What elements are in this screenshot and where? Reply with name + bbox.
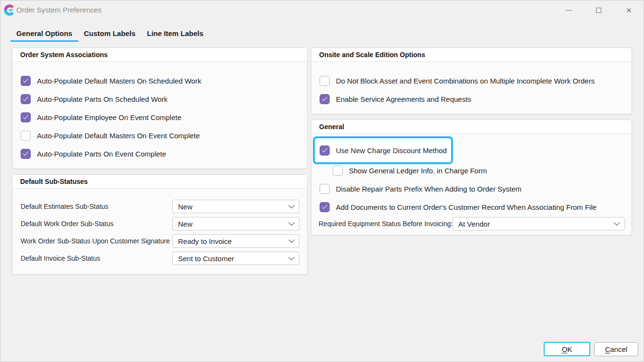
close-button[interactable]: ✕: [614, 0, 644, 20]
chevron-down-icon: [288, 202, 295, 208]
checkbox-row[interactable]: Show General Ledger Info. in Charge Form: [333, 165, 487, 176]
checkbox[interactable]: [21, 149, 31, 159]
checkbox-label: Auto-Populate Parts On Scheduled Work: [37, 95, 167, 103]
checkbox[interactable]: [21, 94, 31, 104]
panel-general: General Use New Charge Discount Method S…: [311, 120, 632, 235]
window-controls: ✕: [553, 0, 644, 20]
checkbox[interactable]: [21, 131, 31, 141]
checkbox-row[interactable]: Auto-Populate Parts On Scheduled Work: [21, 94, 167, 104]
minimize-icon: [566, 10, 572, 11]
checkbox-label: Disable Repair Parts Prefix When Adding …: [336, 185, 522, 193]
tab-custom-labels[interactable]: Custom Labels: [78, 26, 142, 42]
checkbox-row[interactable]: Auto-Populate Default Masters On Event C…: [21, 130, 200, 141]
checkbox-label: Auto-Populate Parts On Event Complete: [37, 150, 166, 158]
tab-bar: General Options Custom Labels Line Item …: [11, 26, 209, 42]
check-icon: [322, 95, 327, 100]
form-label: Default Work Order Sub-Status: [21, 217, 113, 230]
panel-onsite-scale-options: Onsite and Scale Edition Options Do Not …: [311, 48, 632, 114]
checkbox[interactable]: [320, 184, 330, 194]
checkbox-row[interactable]: Auto-Populate Default Masters On Schedul…: [21, 75, 201, 86]
checkbox-label: Auto-Populate Default Masters On Schedul…: [37, 77, 201, 85]
checkbox[interactable]: [320, 94, 330, 104]
select-value: Ready to Invoice: [178, 237, 232, 245]
ok-button-accel: O: [562, 345, 568, 353]
form-label: Required Equipment Status Before Invoici…: [319, 217, 453, 230]
order-system-preferences-window: { "window": { "title": "Order System Pre…: [0, 0, 644, 362]
checkbox-label: Add Documents to Current Order's Custome…: [336, 203, 596, 211]
select-value: Sent to Customer: [178, 254, 234, 263]
ok-button-rest: K: [567, 345, 572, 353]
title-bar: Order System Preferences ✕: [0, 0, 644, 20]
chevron-down-icon: [288, 219, 295, 226]
check-icon: [23, 77, 28, 82]
panel-order-system-associations: Order System Associations Auto-Populate …: [12, 48, 308, 169]
close-icon: ✕: [626, 7, 632, 14]
form-label: Default Invoice Sub-Status: [21, 252, 100, 265]
default-invoice-sub-status-select[interactable]: Sent to Customer: [172, 252, 299, 265]
checkbox-row[interactable]: Auto-Populate Parts On Event Complete: [21, 148, 166, 159]
check-icon: [23, 150, 28, 155]
minimize-button[interactable]: [553, 0, 584, 20]
checkbox[interactable]: [21, 76, 31, 86]
tab-line-item-labels[interactable]: Line Item Labels: [141, 26, 209, 42]
select-value: New: [178, 220, 192, 228]
maximize-button[interactable]: [584, 0, 614, 20]
checkbox[interactable]: [320, 76, 330, 86]
signature-sub-status-select[interactable]: Ready to Invoice: [172, 234, 299, 248]
ok-button[interactable]: OK: [544, 342, 590, 356]
chevron-down-icon: [614, 219, 620, 226]
default-work-order-sub-status-select[interactable]: New: [172, 217, 299, 230]
form-label: Default Estimates Sub-Status: [21, 200, 108, 213]
checkbox-row[interactable]: Disable Repair Parts Prefix When Adding …: [320, 183, 522, 194]
cancel-button-accel: C: [605, 345, 610, 353]
checkbox[interactable]: [21, 112, 31, 122]
required-equipment-status-select[interactable]: At Vendor: [453, 217, 625, 230]
panel-title: Onsite and Scale Edition Options: [311, 48, 632, 62]
checkbox-row[interactable]: Enable Service Agreements and Requests: [320, 94, 471, 104]
check-icon: [23, 95, 28, 100]
cancel-button-rest: ancel: [610, 345, 627, 353]
checkbox[interactable]: [320, 202, 330, 212]
check-icon: [322, 203, 327, 208]
form-label: Work Order Sub-Status Upon Customer Sign…: [21, 234, 170, 248]
checkbox-label: Auto-Populate Employee On Event Complete: [37, 113, 181, 121]
check-icon: [23, 113, 28, 119]
highlight-callout: Use New Charge Discount Method: [313, 136, 453, 164]
panel-default-sub-statuses: Default Sub-Statuses Default Estimates S…: [12, 174, 308, 275]
checkbox-row[interactable]: Use New Charge Discount Method: [320, 145, 447, 156]
checkbox[interactable]: [320, 145, 330, 156]
select-value: At Vendor: [458, 220, 490, 228]
panel-title: Order System Associations: [12, 48, 307, 62]
checkbox-label: Use New Charge Discount Method: [336, 146, 447, 155]
checkbox-row[interactable]: Do Not Block Asset and Event Combination…: [320, 75, 595, 86]
cancel-button[interactable]: Cancel: [594, 342, 638, 356]
checkbox-row[interactable]: Add Documents to Current Order's Custome…: [320, 202, 596, 212]
panel-title: General: [311, 120, 632, 134]
tab-general-options[interactable]: General Options: [11, 26, 78, 42]
chevron-down-icon: [288, 254, 295, 260]
default-estimates-sub-status-select[interactable]: New: [172, 200, 299, 213]
panel-title: Default Sub-Statuses: [12, 175, 307, 189]
checkbox-row[interactable]: Auto-Populate Employee On Event Complete: [21, 112, 181, 122]
maximize-icon: [596, 8, 601, 13]
check-icon: [322, 146, 327, 152]
checkbox-label: Do Not Block Asset and Event Combination…: [336, 77, 595, 85]
select-value: New: [178, 203, 192, 211]
checkbox-label: Show General Ledger Info. in Charge Form: [349, 167, 487, 175]
checkbox-label: Enable Service Agreements and Requests: [336, 95, 471, 103]
checkbox-label: Auto-Populate Default Masters On Event C…: [37, 132, 200, 140]
app-logo-icon: [4, 4, 15, 16]
checkbox[interactable]: [333, 166, 343, 176]
window-title: Order System Preferences: [16, 0, 102, 20]
chevron-down-icon: [288, 237, 295, 243]
